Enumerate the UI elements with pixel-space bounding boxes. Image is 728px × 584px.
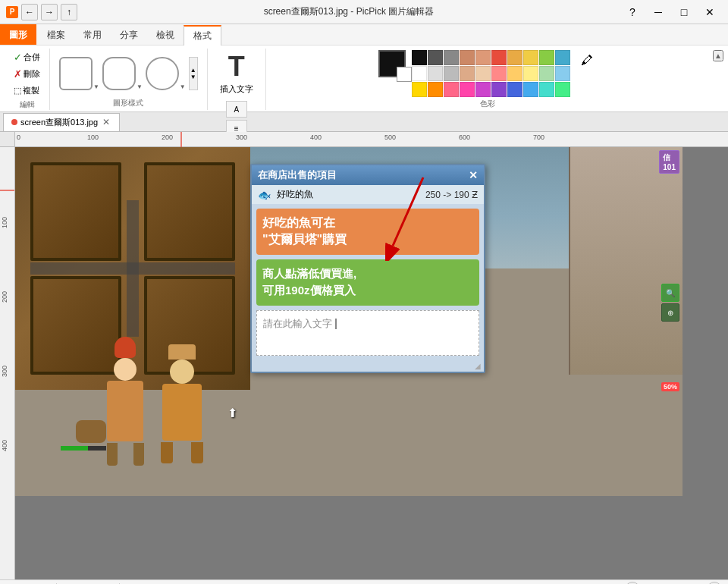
color-cell[interactable] bbox=[491, 66, 507, 81]
help-button[interactable]: ? bbox=[620, 5, 645, 20]
nav-up-button[interactable]: ↑ bbox=[61, 4, 77, 20]
merge-button[interactable]: ✓ 合併 bbox=[11, 50, 43, 64]
color-cell[interactable] bbox=[475, 82, 491, 97]
ribbon-group-edit: ✓ 合併 ✗ 刪除 ⬚ 複製 編輯 bbox=[5, 49, 50, 110]
hud-icon-2[interactable]: ⊕ bbox=[661, 303, 679, 322]
tab-shape-highlighted[interactable]: 圖形 bbox=[0, 24, 36, 45]
color-cell[interactable] bbox=[507, 82, 522, 97]
horizontal-ruler: 0 100 200 300 400 500 600 700 bbox=[15, 132, 728, 147]
color-cell[interactable] bbox=[428, 66, 443, 81]
ribbon-group-color: 🖍 色彩 bbox=[266, 49, 710, 110]
color-grid bbox=[412, 50, 570, 97]
tab-file[interactable]: 檔案 bbox=[38, 26, 74, 45]
shape-rect-button[interactable] bbox=[59, 57, 93, 90]
collapse-ribbon-button[interactable]: ▲ bbox=[713, 50, 723, 61]
text-cursor bbox=[335, 319, 337, 329]
doc-tabs: screen查爾斯013.jpg ✕ bbox=[0, 112, 728, 132]
tab-view[interactable]: 檢視 bbox=[147, 26, 184, 45]
edit-group-content: ✓ 合併 ✗ 刪除 ⬚ 複製 bbox=[11, 50, 43, 98]
x-icon: ✗ bbox=[14, 68, 22, 80]
shape-circle-container: ▼ bbox=[146, 57, 186, 90]
color-cell[interactable] bbox=[555, 82, 570, 97]
hp-bar-fill bbox=[61, 446, 88, 451]
title-bar-left: P ← → ↑ bbox=[6, 4, 77, 20]
color-cell[interactable] bbox=[460, 82, 475, 97]
tab-home[interactable]: 常用 bbox=[74, 26, 111, 45]
color-cell[interactable] bbox=[523, 50, 538, 65]
dialog-price: 250 -> 190 Ƶ bbox=[425, 190, 478, 200]
char2-face bbox=[170, 360, 194, 384]
minimize-button[interactable]: ─ bbox=[646, 5, 670, 20]
ruler-corner bbox=[0, 132, 15, 147]
door-cross-h bbox=[30, 262, 235, 275]
color-cell[interactable] bbox=[475, 50, 491, 65]
insert-text-content: T 插入文字 bbox=[214, 50, 259, 98]
color-cell[interactable] bbox=[460, 66, 475, 81]
eyedropper-button[interactable]: 🖍 bbox=[576, 50, 598, 71]
more-shapes-button[interactable]: ▲ ▼ bbox=[189, 57, 198, 90]
color-cell[interactable] bbox=[491, 50, 507, 65]
color-cell[interactable] bbox=[444, 82, 459, 97]
color-cell[interactable] bbox=[523, 66, 538, 81]
color-cell[interactable] bbox=[444, 66, 459, 81]
secondary-color-box[interactable] bbox=[397, 67, 412, 82]
color-cell[interactable] bbox=[460, 50, 475, 65]
color-cell[interactable] bbox=[507, 50, 522, 65]
shape-rounded-container: ▼ bbox=[102, 57, 143, 90]
tab-share[interactable]: 分享 bbox=[111, 26, 147, 45]
dialog-resize-handle[interactable]: ◢ bbox=[252, 360, 484, 372]
text-color-btn[interactable]: A bbox=[226, 101, 247, 118]
fish-icon: 🐟 bbox=[258, 189, 271, 201]
color-cell[interactable] bbox=[412, 50, 427, 65]
color-cell[interactable] bbox=[523, 82, 538, 97]
nav-forward-button[interactable]: → bbox=[41, 4, 58, 20]
char2-leg-r bbox=[191, 442, 203, 463]
color-cell[interactable] bbox=[412, 82, 427, 97]
edit-buttons: ✓ 合併 ✗ 刪除 ⬚ 複製 bbox=[11, 50, 43, 98]
shape-circle-button[interactable] bbox=[146, 57, 179, 90]
copy-button[interactable]: ⬚ 複製 bbox=[11, 83, 43, 98]
color-cell[interactable] bbox=[555, 66, 570, 81]
doc-tab-close-button[interactable]: ✕ bbox=[101, 117, 111, 127]
nav-back-button[interactable]: ← bbox=[21, 4, 38, 20]
color-cell[interactable] bbox=[507, 66, 522, 81]
hud-icon-1[interactable]: 🔍 bbox=[661, 284, 679, 302]
shape-rounded-button[interactable] bbox=[102, 57, 136, 90]
red-arrow-container bbox=[385, 170, 431, 263]
ruler-tick-v-300: 300 bbox=[1, 366, 8, 377]
ribbon-group-insert-text: T 插入文字 A ≡ □ bbox=[208, 49, 266, 110]
maximize-button[interactable]: □ bbox=[672, 5, 696, 20]
color-cell[interactable] bbox=[475, 66, 491, 81]
color-cell[interactable] bbox=[428, 82, 443, 97]
ruler-tick-300: 300 bbox=[236, 133, 247, 141]
ribbon-collapse: ▲ bbox=[713, 49, 723, 110]
color-cell[interactable] bbox=[539, 66, 554, 81]
dialog-text-input[interactable]: 請在此輸入文字 bbox=[256, 310, 479, 356]
color-cell[interactable] bbox=[428, 50, 443, 65]
close-button[interactable]: ✕ bbox=[698, 5, 722, 20]
color-cell[interactable] bbox=[412, 66, 427, 81]
color-cell[interactable] bbox=[539, 82, 554, 97]
dialog-green-text: 商人點滿低價買進,可用190z價格買入 bbox=[256, 259, 479, 306]
dialog-title-bar: 在商店出售的項目 ✕ bbox=[252, 165, 484, 185]
canvas-area: 100 200 300 400 bbox=[0, 147, 728, 579]
insert-text-button[interactable]: T 插入文字 bbox=[214, 50, 259, 98]
canvas-scroll[interactable]: 信101 🔍 ⊕ 50% 在商店出售的項目 ✕ 🐟 bbox=[15, 147, 728, 579]
copy-icon: ⬚ bbox=[14, 86, 21, 96]
zoom-out-button[interactable]: − bbox=[625, 582, 640, 585]
tab-format[interactable]: 格式 bbox=[184, 25, 221, 46]
color-cell[interactable] bbox=[539, 50, 554, 65]
delete-button[interactable]: ✗ 刪除 bbox=[11, 67, 43, 81]
dialog-orange-text: 好吃的魚可在"艾爾貝塔"購買 bbox=[256, 209, 479, 255]
dialog-close-button[interactable]: ✕ bbox=[469, 169, 478, 181]
shape-style-label: 圖形樣式 bbox=[113, 98, 143, 108]
char1-hat bbox=[115, 337, 136, 358]
doc-tab[interactable]: screen查爾斯013.jpg ✕ bbox=[3, 113, 120, 131]
color-content: 🖍 bbox=[378, 50, 598, 97]
color-cell[interactable] bbox=[491, 82, 507, 97]
expand-arrow-circle: ▼ bbox=[180, 83, 186, 90]
color-cell[interactable] bbox=[555, 50, 570, 65]
ribbon-content: ✓ 合併 ✗ 刪除 ⬚ 複製 編輯 bbox=[0, 45, 728, 111]
zoom-in-button[interactable]: + bbox=[707, 582, 722, 585]
color-cell[interactable] bbox=[444, 50, 459, 65]
